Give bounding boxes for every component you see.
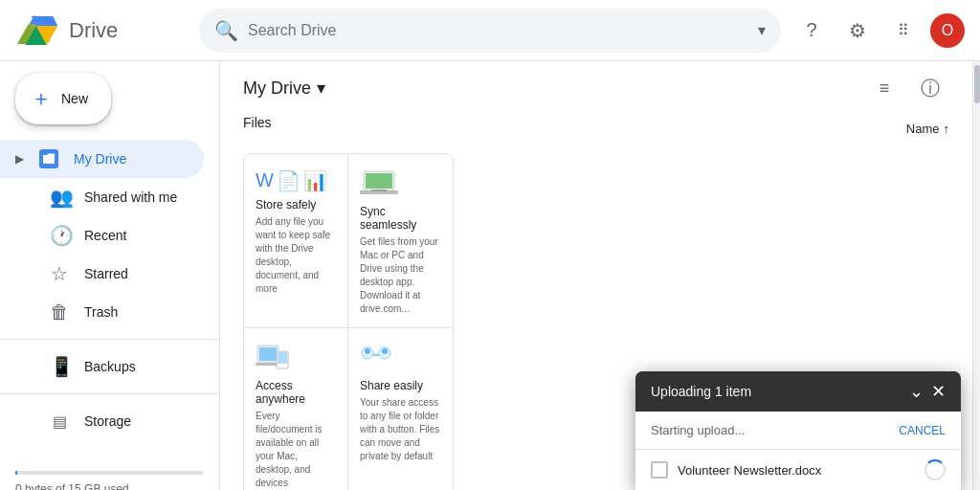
trash-icon: 🗑 — [50, 301, 69, 323]
sidebar-item-shared[interactable]: 👥 Shared with me — [0, 178, 204, 216]
minimize-icon: ⌄ — [909, 382, 924, 401]
sort-control[interactable]: Name ↑ — [906, 122, 949, 136]
new-button[interactable]: ＋ New — [15, 73, 111, 124]
svg-rect-14 — [259, 347, 277, 361]
share-desc: Your share access to any file or folder … — [360, 396, 441, 463]
access-visual — [256, 344, 336, 373]
header-right: ? ⚙ ⠿ O — [792, 11, 965, 50]
scrollbar[interactable] — [972, 61, 980, 490]
sheets-icon: 📊 — [303, 169, 327, 192]
apps-grid-icon: ⠿ — [898, 21, 910, 39]
page-title[interactable]: My Drive ▾ — [243, 78, 325, 99]
scroll-thumb[interactable] — [974, 65, 980, 103]
upload-body: Starting upload... CANCEL Volunteer News… — [635, 412, 961, 490]
share-visual — [360, 344, 441, 373]
svg-rect-17 — [278, 352, 287, 364]
sidebar-item-label-shared: Shared with me — [84, 189, 177, 205]
sidebar-item-storage[interactable]: ▤ Storage — [0, 402, 204, 440]
file-checkbox[interactable] — [651, 461, 668, 479]
upload-header: Uploading 1 item ⌄ ✕ — [635, 371, 961, 412]
minimize-upload-button[interactable]: ⌄ — [909, 383, 924, 400]
storage-bar-background — [15, 471, 204, 475]
cancel-upload-button[interactable]: CANCEL — [899, 424, 946, 437]
search-dropdown-icon[interactable]: ▾ — [758, 21, 766, 39]
sidebar-item-backups[interactable]: 📱 Backups — [0, 347, 204, 386]
settings-button[interactable]: ⚙ — [838, 11, 877, 50]
page-title-text: My Drive — [243, 78, 311, 99]
sidebar-nav: ▶ My Drive 👥 Shared with me 🕐 Recent — [0, 140, 219, 440]
sidebar-item-label-my-drive: My Drive — [74, 151, 126, 167]
backups-icon: 📱 — [50, 355, 69, 378]
upload-header-actions: ⌄ ✕ — [909, 383, 946, 400]
new-button-label: New — [61, 91, 88, 106]
sort-arrow-icon: ↑ — [944, 122, 950, 136]
storage-icon: ▤ — [50, 412, 69, 431]
sidebar: ＋ New ▶ My Drive 👥 Shared with me 🕐 — [0, 61, 220, 490]
card-cell-share[interactable]: Share easily Your share access to any fi… — [348, 327, 453, 490]
apps-button[interactable]: ⠿ — [884, 11, 923, 50]
svg-rect-10 — [366, 173, 392, 189]
access-title: Access anywhere — [256, 379, 336, 406]
card-grid: W 📄 📊 Store safely Add any file you want… — [244, 154, 453, 490]
search-input[interactable] — [248, 22, 748, 39]
card-cell-sync[interactable]: Sync seamlessly Get files from your Mac … — [348, 154, 453, 327]
card-cell-access[interactable]: Access anywhere Every file/document is a… — [244, 327, 348, 490]
card-cell-store-safely[interactable]: W 📄 📊 Store safely Add any file you want… — [244, 154, 348, 327]
nav-chevron-icon: ▶ — [15, 152, 24, 166]
laptop-visual — [360, 169, 441, 199]
my-drive-folder-icon — [39, 149, 58, 168]
sort-label: Name — [906, 122, 940, 136]
upload-file-name: Volunteer Newsletter.docx — [678, 463, 915, 478]
sidebar-item-starred[interactable]: ☆ Starred — [0, 255, 204, 293]
help-button[interactable]: ? — [792, 11, 831, 50]
star-icon: ☆ — [50, 262, 69, 285]
getting-started-card: W 📄 📊 Store safely Add any file you want… — [243, 153, 454, 490]
files-header: Files Name ↑ — [243, 115, 949, 142]
search-bar[interactable]: 🔍 ▾ — [199, 9, 781, 53]
sidebar-item-label-storage: Storage — [84, 413, 131, 429]
sidebar-item-label-recent: Recent — [84, 228, 126, 243]
info-button[interactable]: ⓘ — [911, 69, 949, 107]
share-title: Share easily — [360, 379, 441, 392]
main-header-right: ≡ ⓘ — [865, 69, 949, 107]
shared-icon: 👥 — [50, 186, 69, 209]
recent-clock-icon: 🕐 — [50, 224, 69, 247]
list-view-icon: ≡ — [880, 78, 890, 99]
sidebar-item-trash[interactable]: 🗑 Trash — [0, 293, 204, 331]
sidebar-item-recent[interactable]: 🕐 Recent — [0, 216, 204, 255]
plus-icon: ＋ — [31, 84, 52, 113]
access-desc: Every file/document is available on all … — [256, 410, 336, 490]
nav-divider — [0, 339, 219, 340]
close-upload-button[interactable]: ✕ — [931, 383, 946, 400]
file-icons: W 📄 📊 — [256, 169, 336, 192]
logo-area: Drive — [15, 13, 188, 48]
app-header: Drive 🔍 ▾ ? ⚙ ⠿ O — [0, 0, 980, 61]
store-safely-desc: Add any file you want to keep safe with … — [256, 215, 336, 296]
store-safely-title: Store safely — [256, 198, 336, 212]
account-avatar[interactable]: O — [930, 13, 965, 48]
storage-bar-fill — [15, 471, 17, 475]
upload-spinner — [924, 459, 946, 480]
drive-logo-proper — [23, 13, 61, 48]
logo-text: Drive — [69, 18, 118, 43]
upload-title: Uploading 1 item — [651, 384, 751, 399]
upload-file-item: Volunteer Newsletter.docx — [635, 450, 961, 490]
upload-status-text: Starting upload... — [651, 423, 745, 437]
upload-panel: Uploading 1 item ⌄ ✕ Starting upload... … — [635, 371, 961, 490]
help-icon: ? — [806, 19, 816, 41]
gear-icon: ⚙ — [849, 19, 866, 42]
sync-title: Sync seamlessly — [360, 205, 441, 232]
sidebar-item-label-starred: Starred — [84, 266, 128, 281]
title-chevron-icon: ▾ — [317, 78, 325, 99]
files-label: Files — [243, 115, 272, 130]
slides-icon: 📄 — [277, 169, 301, 192]
upload-status-row: Starting upload... CANCEL — [635, 412, 961, 450]
info-icon: ⓘ — [921, 76, 940, 101]
close-icon: ✕ — [931, 382, 946, 401]
sidebar-item-label-trash: Trash — [84, 304, 118, 320]
sidebar-item-my-drive[interactable]: ▶ My Drive — [0, 140, 204, 178]
svg-point-21 — [382, 348, 388, 354]
storage-section: 0 bytes of 15 GB used Buy storage ↗ — [0, 448, 219, 490]
list-view-button[interactable]: ≡ — [865, 69, 903, 107]
docs-icon: W — [256, 169, 274, 192]
